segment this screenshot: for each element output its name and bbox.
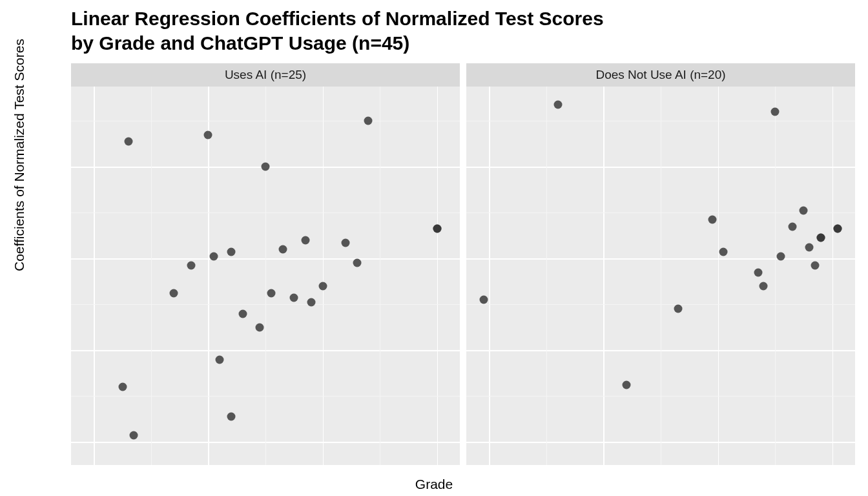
plot-panel: 406080100 bbox=[466, 87, 855, 465]
facet-strip: Uses AI (n=25) bbox=[71, 63, 460, 87]
data-point bbox=[364, 117, 373, 125]
data-point bbox=[256, 323, 264, 331]
facet-0: Uses AI (n=25)406080100-0.8-0.40.00.4 bbox=[71, 63, 460, 465]
data-point bbox=[170, 289, 178, 297]
data-point bbox=[290, 293, 298, 302]
grid-minor-v bbox=[380, 87, 380, 465]
chart-title: Linear Regression Coefficients of Normal… bbox=[71, 6, 604, 55]
data-point bbox=[622, 380, 630, 389]
y-axis-label: Coefficients of Normalized Test Scores bbox=[12, 39, 27, 271]
data-point bbox=[805, 243, 814, 251]
grid-line-v bbox=[94, 87, 95, 465]
title-line-2: by Grade and ChatGPT Usage (n=45) bbox=[71, 32, 409, 54]
grid-line-v bbox=[323, 87, 324, 465]
data-point bbox=[341, 238, 349, 247]
x-axis-label: Grade bbox=[0, 477, 868, 492]
data-point bbox=[834, 225, 842, 233]
data-point bbox=[811, 262, 820, 270]
data-point bbox=[788, 222, 796, 231]
chart-container: Linear Regression Coefficients of Normal… bbox=[0, 0, 868, 496]
grid-line-v bbox=[718, 87, 719, 465]
data-point bbox=[130, 431, 138, 439]
data-point bbox=[353, 259, 361, 267]
data-point bbox=[708, 215, 716, 223]
data-point bbox=[210, 252, 218, 260]
data-point bbox=[124, 138, 132, 146]
data-point bbox=[479, 296, 488, 304]
grid-line-v bbox=[832, 87, 834, 465]
data-point bbox=[204, 130, 212, 139]
plot-panel: 406080100-0.8-0.40.00.4 bbox=[71, 87, 460, 465]
data-point bbox=[318, 282, 327, 290]
data-point bbox=[754, 268, 762, 276]
title-line-1: Linear Regression Coefficients of Normal… bbox=[71, 8, 604, 29]
grid-line-v bbox=[489, 87, 490, 465]
facet-1: Does Not Use AI (n=20)406080100 bbox=[466, 63, 855, 465]
data-point bbox=[771, 108, 780, 116]
data-point bbox=[816, 234, 825, 242]
grid-minor-v bbox=[265, 87, 266, 465]
data-point bbox=[674, 305, 682, 313]
grid-minor-v bbox=[661, 87, 661, 465]
grid-minor-v bbox=[775, 87, 776, 465]
data-point bbox=[307, 298, 315, 306]
data-point bbox=[227, 247, 235, 256]
data-point bbox=[719, 247, 728, 256]
data-point bbox=[187, 262, 195, 270]
grid-line-v bbox=[603, 87, 604, 465]
facet-strip: Does Not Use AI (n=20) bbox=[466, 63, 855, 87]
data-point bbox=[301, 236, 309, 244]
data-point bbox=[216, 355, 224, 364]
data-point bbox=[278, 245, 287, 254]
grid-line-v bbox=[437, 87, 439, 465]
data-point bbox=[118, 383, 127, 391]
grid-minor-v bbox=[546, 87, 547, 465]
data-point bbox=[433, 225, 441, 233]
data-point bbox=[776, 252, 785, 260]
data-point bbox=[227, 413, 235, 421]
grid-minor-v bbox=[151, 87, 152, 465]
data-point bbox=[267, 289, 275, 297]
data-point bbox=[238, 309, 247, 318]
data-point bbox=[760, 282, 768, 290]
data-point bbox=[800, 206, 808, 214]
data-point bbox=[553, 101, 562, 109]
grid-line-v bbox=[208, 87, 209, 465]
facet-row: Uses AI (n=25)406080100-0.8-0.40.00.4Doe… bbox=[71, 63, 855, 465]
data-point bbox=[262, 163, 270, 171]
